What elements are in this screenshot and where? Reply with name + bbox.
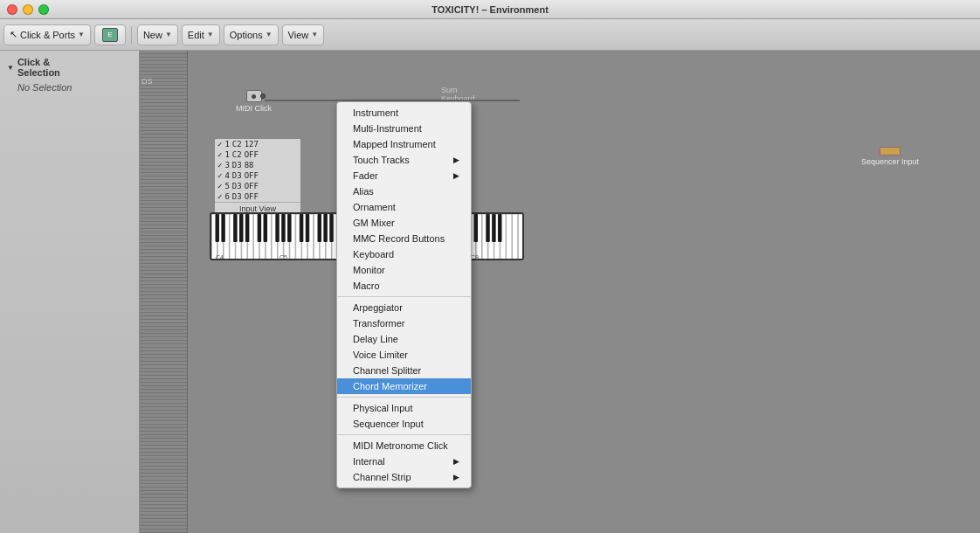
input-view-row: ✓3D388: [215, 160, 300, 170]
menu-item-mmc-record[interactable]: MMC Record Buttons: [337, 231, 471, 246]
maximize-button[interactable]: [38, 4, 49, 15]
chevron-down-icon: ▼: [207, 31, 214, 38]
menu-item-monitor[interactable]: Monitor: [337, 262, 471, 278]
midi-click-label: MIDI Click: [236, 104, 272, 113]
svg-rect-58: [221, 214, 224, 242]
mode-dropdown[interactable]: ↖ Click & Ports ▼: [3, 24, 91, 45]
menu-item-voice-limiter[interactable]: Voice Limiter: [337, 347, 471, 363]
menu-separator: [337, 397, 471, 398]
menu-item-alias[interactable]: Alias: [337, 183, 471, 199]
menu-item-keyboard[interactable]: Keyboard: [337, 246, 471, 262]
svg-rect-54: [507, 214, 512, 260]
svg-text:C5: C5: [280, 254, 287, 260]
window-buttons: [7, 4, 49, 15]
env-icon: E: [102, 28, 118, 42]
menu-item-multi-instrument[interactable]: Multi-Instrument: [337, 121, 471, 136]
menu-item-transformer[interactable]: Transformer: [337, 315, 471, 331]
menu-item-delay-line[interactable]: Delay Line: [337, 331, 471, 347]
midi-click-node[interactable]: MIDI Click: [236, 90, 272, 113]
svg-rect-89: [486, 214, 489, 242]
edit-menu-label: Edit: [188, 30, 204, 40]
view-menu[interactable]: View ▼: [282, 24, 325, 45]
menu-item-ornament[interactable]: Ornament: [337, 199, 471, 215]
menu-item-arpeggiator[interactable]: Arpeggiator: [337, 300, 471, 315]
svg-rect-91: [498, 214, 501, 242]
svg-rect-62: [258, 214, 261, 242]
sequencer-input-node[interactable]: Sequencer Input: [861, 147, 919, 166]
minimize-button[interactable]: [23, 4, 33, 15]
arrow-icon: ↖: [10, 29, 17, 40]
input-view-row: ✓4D3OFF: [215, 170, 300, 181]
svg-rect-70: [323, 214, 327, 242]
svg-rect-68: [306, 214, 309, 242]
sequencer-icon: [880, 147, 901, 156]
connection-lines: [188, 51, 980, 533]
svg-rect-71: [329, 214, 333, 242]
title-bar: TOXICITY! – Environment: [0, 0, 980, 19]
menu-separator: [337, 296, 471, 297]
view-menu-label: View: [288, 30, 309, 40]
menu-item-internal[interactable]: Internal ▶: [337, 453, 471, 469]
input-view-row: ✓6D3OFF: [215, 191, 300, 202]
submenu-arrow-icon: ▶: [453, 473, 459, 481]
edit-menu[interactable]: Edit ▼: [182, 24, 220, 45]
input-view-row: ✓5D3OFF: [215, 181, 300, 191]
svg-rect-56: [518, 214, 522, 260]
mode-label: Click & Ports: [20, 30, 75, 40]
new-menu-label: New: [143, 30, 162, 40]
menu-item-midi-metronome[interactable]: MIDI Metronome Click: [337, 438, 471, 453]
env-mode-button[interactable]: E: [94, 24, 126, 45]
svg-rect-64: [275, 214, 279, 242]
menu-item-gm-mixer[interactable]: GM Mixer: [337, 215, 471, 231]
menu-item-physical-input[interactable]: Physical Input: [337, 400, 471, 416]
panel-header: ▼ Click & Selection: [0, 54, 139, 80]
menu-item-channel-splitter[interactable]: Channel Splitter: [337, 363, 471, 378]
svg-rect-60: [239, 214, 243, 242]
separator: [131, 26, 132, 44]
chevron-down-icon: ▼: [266, 31, 273, 38]
options-menu-label: Options: [230, 30, 263, 40]
panel-title: Click & Selection: [17, 57, 60, 78]
toolbar: ↖ Click & Ports ▼ E New ▼ Edit ▼ Options…: [0, 19, 980, 51]
pattern-bg: [140, 51, 187, 533]
svg-text:C4: C4: [216, 254, 224, 260]
node-output-port: [260, 93, 266, 99]
svg-rect-88: [474, 214, 478, 242]
menu-item-instrument[interactable]: Instrument: [337, 105, 471, 121]
menu-item-chord-memorizer[interactable]: Chord Memorizer: [337, 378, 471, 394]
canvas-area[interactable]: SumKeyboard MIDI Click Sequencer Input: [188, 51, 980, 533]
svg-rect-59: [233, 214, 237, 242]
menu-item-fader[interactable]: Fader ▶: [337, 168, 471, 183]
main-layout: ▼ Click & Selection No Selection DS SumK…: [0, 51, 980, 533]
svg-text:C8: C8: [471, 254, 479, 260]
menu-item-sequencer-input[interactable]: Sequencer Input: [337, 416, 471, 432]
midi-click-icon: [246, 90, 262, 102]
svg-rect-90: [492, 214, 495, 242]
input-view-box: ✓1C2127 ✓1C2OFF ✓3D388 ✓4D3OFF ✓5D3OFF ✓…: [214, 138, 301, 216]
menu-item-channel-strip[interactable]: Channel Strip ▶: [337, 469, 471, 485]
new-dropdown-menu[interactable]: Instrument Multi-Instrument Mapped Instr…: [336, 101, 472, 488]
svg-rect-66: [287, 214, 291, 242]
window-title: TOXICITY! – Environment: [431, 4, 549, 15]
menu-item-mapped-instrument[interactable]: Mapped Instrument: [337, 136, 471, 152]
close-button[interactable]: [7, 4, 17, 15]
submenu-arrow-icon: ▶: [453, 171, 459, 180]
svg-rect-65: [281, 214, 285, 242]
chevron-down-icon: ▼: [311, 31, 318, 38]
new-menu[interactable]: New ▼: [137, 24, 178, 45]
input-view-row: ✓1C2127: [215, 139, 300, 149]
svg-rect-67: [300, 214, 303, 242]
svg-rect-69: [318, 214, 321, 242]
options-menu[interactable]: Options ▼: [224, 24, 279, 45]
sequencer-input-label: Sequencer Input: [861, 157, 919, 166]
ds-label: DS: [141, 77, 153, 86]
submenu-arrow-icon: ▶: [453, 457, 459, 466]
left-panel: ▼ Click & Selection No Selection: [0, 51, 140, 533]
no-selection-label: No Selection: [0, 80, 139, 94]
chevron-down-icon: ▼: [78, 31, 85, 38]
menu-item-touch-tracks[interactable]: Touch Tracks ▶: [337, 152, 471, 168]
input-view-row: ✓1C2OFF: [215, 149, 300, 160]
node-dot: [252, 94, 256, 99]
svg-rect-55: [513, 214, 518, 260]
menu-item-macro[interactable]: Macro: [337, 278, 471, 294]
